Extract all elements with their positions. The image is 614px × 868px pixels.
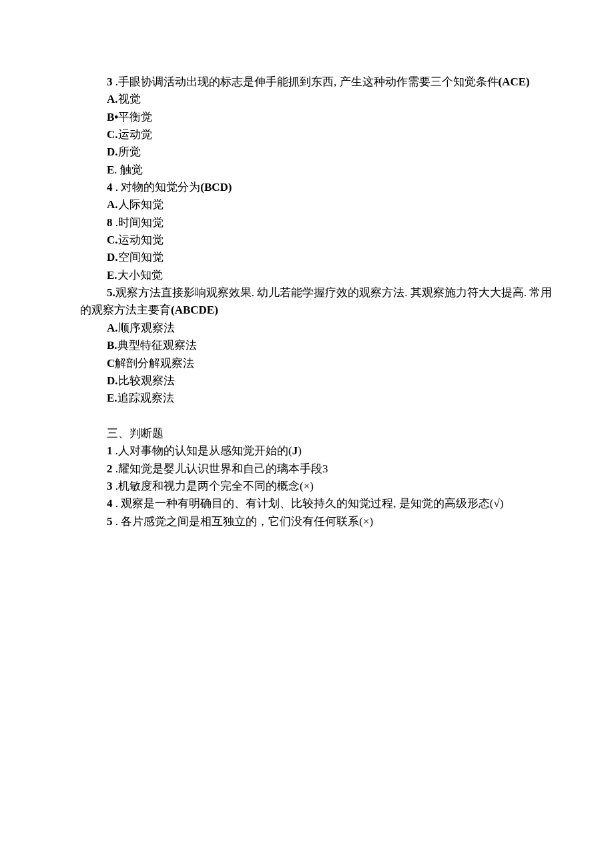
q5-answer: (ABCDE) bbox=[171, 304, 218, 316]
q4-d-label: D. bbox=[107, 251, 118, 264]
q5-stem-line2: 的观察方法主要育(ABCDE) bbox=[0, 302, 614, 319]
j2-text: .耀知觉是婴儿认识世界和自己的璃本手段3 bbox=[113, 462, 328, 475]
q5-stem-line1: 5.观察方法直接影响观察效果. 幼儿若能学握疗效的观察方法. 其观察施力符大大提… bbox=[0, 284, 614, 302]
q3-b-label: B• bbox=[107, 111, 118, 123]
q4-e-label: E. bbox=[107, 269, 117, 282]
q3-option-e: E. 触觉 bbox=[0, 161, 614, 179]
q4-option-c: C.运动知觉 bbox=[0, 232, 614, 249]
q4-option-e: E.大小知觉 bbox=[0, 267, 614, 284]
j5-text: . 各片感觉之间是相互独立的，它们没有任何联系(×) bbox=[113, 515, 374, 528]
j1-ans-letter: J bbox=[292, 444, 298, 457]
q3-e-label: E bbox=[107, 163, 114, 176]
document-page: 3 .手眼协调活动出现的标志是伸手能抓到东西, 产生这种动作需要三个知觉条件(A… bbox=[0, 0, 614, 530]
q4-d-text: 空间知觉 bbox=[118, 251, 164, 264]
section3-title: 三、判断题 bbox=[0, 425, 614, 442]
q4-c-label: C. bbox=[107, 234, 118, 246]
q5-a-text: 顺序观察法 bbox=[118, 322, 175, 334]
j1-number: 1 bbox=[107, 444, 113, 457]
q3-c-text: 运动觉 bbox=[118, 128, 152, 141]
judge-1: 1 .人对事物的认知是从感知觉开始的(J) bbox=[0, 442, 614, 460]
judge-3: 3 .机敏度和视力是两个完全不同的概念(×) bbox=[0, 478, 614, 495]
j1-answer-close: ) bbox=[298, 444, 302, 457]
q4-option-d: D.空间知觉 bbox=[0, 249, 614, 266]
q3-option-c: C.运动觉 bbox=[0, 126, 614, 143]
q4-option-b: 8 .时间知觉 bbox=[0, 214, 614, 232]
q5-d-label: D. bbox=[107, 374, 118, 387]
j3-number: 3 bbox=[107, 480, 113, 492]
j2-number: 2 bbox=[107, 462, 113, 475]
q3-b-text: 平衡觉 bbox=[118, 111, 152, 123]
q5-b-text: 典型特征观察法 bbox=[117, 339, 197, 352]
q5-a-label: A. bbox=[107, 322, 118, 334]
q5-option-a: A.顺序观察法 bbox=[0, 320, 614, 337]
q5-c-text: 解剖分解观察法 bbox=[115, 357, 194, 370]
q5-text-line1: 观察方法直接影响观察效果. 幼儿若能学握疗效的观察方法. 其观察施力符大大提高.… bbox=[115, 286, 553, 299]
q5-c-label: C bbox=[107, 357, 115, 370]
q3-a-label: A. bbox=[107, 93, 118, 105]
q4-option-a: A.人际知觉 bbox=[0, 196, 614, 213]
q5-e-text: 追踪观察法 bbox=[117, 392, 174, 404]
q4-c-text: 运动知觉 bbox=[118, 234, 164, 246]
judge-2: 2 .耀知觉是婴儿认识世界和自己的璃本手段3 bbox=[0, 460, 614, 478]
q3-text: .手眼协调活动出现的标志是伸手能抓到东西, 产生这种动作需要三个知觉条件 bbox=[113, 75, 499, 88]
j5-number: 5 bbox=[107, 515, 113, 528]
j1-text: .人对事物的认知是从感知觉开始的 bbox=[113, 444, 289, 457]
q3-option-d: D.所觉 bbox=[0, 143, 614, 161]
q5-e-label: E. bbox=[107, 392, 117, 404]
q3-option-a: A.视觉 bbox=[0, 91, 614, 108]
q4-number: 4 bbox=[107, 181, 113, 193]
q3-stem: 3 .手眼协调活动出现的标志是伸手能抓到东西, 产生这种动作需要三个知觉条件(A… bbox=[0, 73, 614, 91]
q4-stem: 4 . 对物的知觉分为(BCD) bbox=[0, 179, 614, 196]
q4-text: . 对物的知觉分为 bbox=[113, 181, 201, 193]
q3-d-label: D. bbox=[107, 145, 118, 158]
q4-b-label: 8 bbox=[107, 216, 113, 229]
judge-5: 5 . 各片感觉之间是相互独立的，它们没有任何联系(×) bbox=[0, 513, 614, 530]
q3-d-text: 所觉 bbox=[118, 145, 141, 158]
q3-option-b: B•平衡觉 bbox=[0, 109, 614, 126]
q5-b-label: B. bbox=[107, 339, 117, 352]
q4-a-label: A. bbox=[107, 198, 118, 211]
q4-b-text: .时间知觉 bbox=[113, 216, 164, 229]
q3-e-text: . 触觉 bbox=[114, 163, 143, 176]
q5-option-c: C解剖分解观察法 bbox=[0, 355, 614, 372]
q4-answer: (BCD) bbox=[200, 181, 232, 193]
q5-text-line2: 的观察方法主要育 bbox=[80, 304, 171, 316]
q5-d-text: 比较观察法 bbox=[118, 374, 175, 387]
j4-number: 4 bbox=[107, 497, 113, 510]
j4-text: . 观察是一种有明确目的、有计划、比较持久的知觉过程, 是知觉的高级形态(√) bbox=[113, 497, 504, 510]
q3-answer: (ACE) bbox=[499, 75, 530, 88]
blank-line bbox=[0, 408, 614, 425]
q3-c-label: C. bbox=[107, 128, 118, 141]
judge-4: 4 . 观察是一种有明确目的、有计划、比较持久的知觉过程, 是知觉的高级形态(√… bbox=[0, 495, 614, 512]
q5-option-e: E.追踪观察法 bbox=[0, 390, 614, 407]
q4-a-text: 人际知觉 bbox=[118, 198, 164, 211]
q5-option-d: D.比较观察法 bbox=[0, 372, 614, 390]
q4-e-text: 大小知觉 bbox=[117, 269, 163, 282]
q5-option-b: B.典型特征观察法 bbox=[0, 337, 614, 354]
j3-text: .机敏度和视力是两个完全不同的概念(×) bbox=[113, 480, 314, 492]
q5-number: 5. bbox=[107, 286, 115, 299]
q3-a-text: 视觉 bbox=[118, 93, 141, 105]
q3-number: 3 bbox=[107, 75, 113, 88]
